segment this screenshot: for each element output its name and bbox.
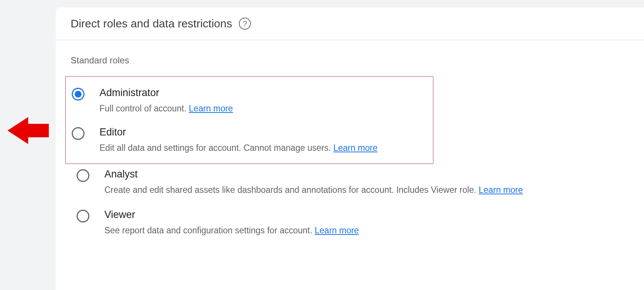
card-header: Direct roles and data restrictions ? [56,8,644,40]
role-option-editor[interactable]: Editor Edit all data and settings for ac… [71,123,428,157]
role-content: Viewer See report data and configuration… [104,209,629,236]
role-option-analyst[interactable]: Analyst Create and edit shared assets li… [76,164,629,204]
role-desc: Full control of account. Learn more [100,102,428,114]
radio-analyst[interactable] [77,169,89,182]
role-desc: Create and edit shared assets like dashb… [104,184,629,196]
roles-card: Direct roles and data restrictions ? Sta… [56,8,644,290]
card-title: Direct roles and data restrictions [71,17,232,30]
role-content: Analyst Create and edit shared assets li… [104,168,629,196]
role-option-administrator[interactable]: Administrator Full control of account. L… [71,83,428,123]
highlight-box: Administrator Full control of account. L… [65,76,433,164]
learn-more-link[interactable]: Learn more [333,143,378,153]
radio-editor[interactable] [72,127,84,140]
help-icon[interactable]: ? [239,18,251,30]
outside-roles: Analyst Create and edit shared assets li… [71,164,629,244]
card-body: Standard roles Administrator Full contro… [56,40,644,245]
radio-administrator[interactable] [72,88,84,101]
learn-more-link[interactable]: Learn more [189,104,233,113]
svg-marker-0 [8,117,49,144]
role-desc: Edit all data and settings for account. … [100,142,428,154]
role-title: Analyst [104,168,629,180]
radio-wrap [71,126,85,140]
role-option-viewer[interactable]: Viewer See report data and configuration… [76,204,629,245]
role-desc: See report data and configuration settin… [104,224,629,236]
role-content: Editor Edit all data and settings for ac… [100,126,428,154]
radio-wrap [76,168,90,182]
section-label: Standard roles [71,55,629,66]
learn-more-link[interactable]: Learn more [315,225,359,235]
callout-arrow-icon [8,117,49,144]
role-content: Administrator Full control of account. L… [100,87,428,114]
role-title: Editor [100,126,428,138]
learn-more-link[interactable]: Learn more [479,185,523,195]
radio-wrap [71,87,85,101]
radio-viewer[interactable] [77,210,89,222]
role-title: Viewer [104,209,629,221]
role-title: Administrator [100,87,428,99]
radio-wrap [76,209,90,222]
